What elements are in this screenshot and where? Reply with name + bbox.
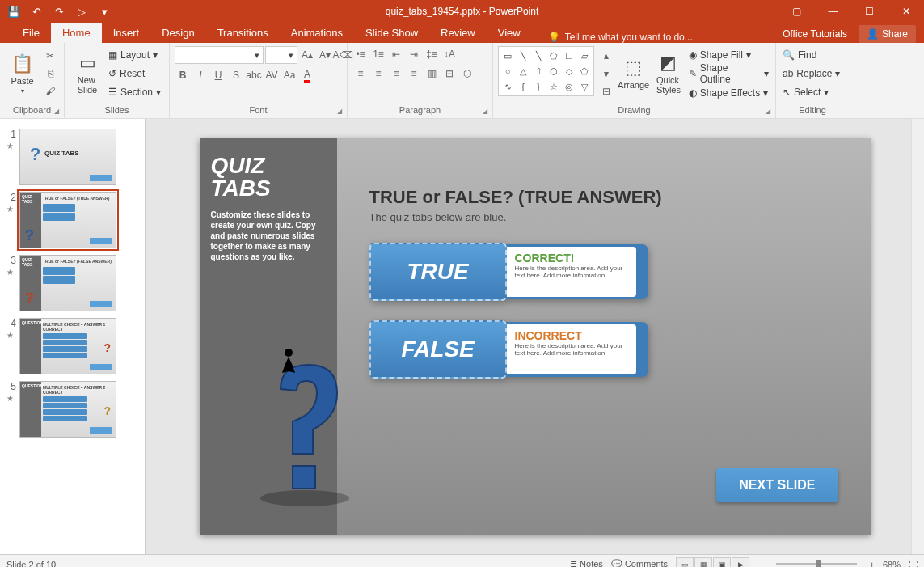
paste-button[interactable]: 📋Paste▾ <box>5 46 40 101</box>
thumbnail-1[interactable]: 1★ QUIZ TABS? <box>0 125 145 188</box>
justify-button[interactable]: ≡ <box>406 66 422 82</box>
slide-title[interactable]: QUIZ TABS <box>211 154 326 200</box>
correct-card[interactable]: CORRECT! Here is the description area. A… <box>507 247 636 297</box>
drawing-dialog-launcher[interactable]: ◢ <box>766 108 770 115</box>
strikethrough-button[interactable]: S <box>228 67 244 83</box>
normal-view-button[interactable]: ▭ <box>676 557 694 568</box>
align-text-button[interactable]: ⊟ <box>441 66 458 82</box>
columns-button[interactable]: ▥ <box>424 66 440 82</box>
text-direction-button[interactable]: ↕A <box>441 46 458 62</box>
section-button[interactable]: ☰ Section ▾ <box>107 84 162 101</box>
maximize-button[interactable]: ☐ <box>851 0 888 23</box>
select-button[interactable]: ↖ Select ▾ <box>781 84 844 101</box>
tab-home[interactable]: Home <box>51 23 102 43</box>
font-dialog-launcher[interactable]: ◢ <box>337 108 342 115</box>
zoom-out-button[interactable]: − <box>757 560 762 568</box>
zoom-slider[interactable] <box>776 563 857 565</box>
font-color-button[interactable]: A <box>299 67 315 83</box>
reading-view-button[interactable]: ▣ <box>713 557 731 568</box>
undo-button[interactable]: ↶ <box>26 2 47 21</box>
replace-button[interactable]: ab Replace ▾ <box>781 65 844 82</box>
question-subtitle[interactable]: The quiz tabs below are blue. <box>369 211 838 223</box>
redo-button[interactable]: ↷ <box>49 2 70 21</box>
slide-description[interactable]: Customize these slides to create your ow… <box>211 209 326 262</box>
true-tab[interactable]: TRUE <box>369 243 507 301</box>
copy-button[interactable]: ⎘ <box>41 66 59 82</box>
minimize-button[interactable]: — <box>815 0 851 23</box>
zoom-level[interactable]: 68% <box>883 560 901 568</box>
sorter-view-button[interactable]: ▦ <box>694 557 712 568</box>
slides-thumbnail-pane[interactable]: 1★ QUIZ TABS? 2★ QUIZ TABSTRUE or FALSE?… <box>0 119 146 554</box>
shapes-expand-button[interactable]: ⊟ <box>597 83 615 99</box>
close-button[interactable]: ✕ <box>888 0 924 23</box>
new-slide-button[interactable]: ▭New Slide <box>70 46 105 101</box>
zoom-in-button[interactable]: + <box>870 560 875 568</box>
notes-button[interactable]: ≣ Notes <box>570 559 603 567</box>
clipboard-dialog-launcher[interactable]: ◢ <box>54 108 59 115</box>
fit-to-window-button[interactable]: ⛶ <box>909 560 918 568</box>
slideshow-view-button[interactable]: ▶ <box>732 557 749 568</box>
change-case-button[interactable]: Aa <box>281 67 297 83</box>
line-spacing-button[interactable]: ‡≡ <box>424 46 440 62</box>
office-tutorials-link[interactable]: Office Tutorials <box>783 28 847 40</box>
tab-animations[interactable]: Animations <box>280 23 354 43</box>
shapes-more-button-2[interactable]: ▾ <box>597 66 615 82</box>
reset-button[interactable]: ↺ Reset <box>107 65 162 82</box>
paragraph-dialog-launcher[interactable]: ◢ <box>483 108 487 115</box>
shape-fill-button[interactable]: ◉ Shape Fill ▾ <box>687 46 770 63</box>
bullets-button[interactable]: •≡ <box>352 46 369 62</box>
next-slide-button[interactable]: NEXT SLIDE <box>716 468 838 502</box>
ribbon-display-button[interactable]: ▢ <box>778 0 815 23</box>
share-button[interactable]: 👤Share <box>859 25 916 43</box>
shadow-button[interactable]: abc <box>246 67 262 83</box>
tab-design[interactable]: Design <box>150 23 205 43</box>
arrange-button[interactable]: ⬚Arrange <box>617 46 650 101</box>
tab-view[interactable]: View <box>487 23 532 43</box>
qat-customize-button[interactable]: ▾ <box>94 2 115 21</box>
decrease-font-button[interactable]: A▾ <box>317 47 333 63</box>
vertical-scrollbar[interactable] <box>911 119 924 554</box>
italic-button[interactable]: I <box>192 67 209 83</box>
layout-button[interactable]: ▦ Layout ▾ <box>107 46 162 63</box>
increase-font-button[interactable]: A▴ <box>299 47 315 63</box>
find-button[interactable]: 🔍 Find <box>781 46 844 63</box>
underline-button[interactable]: U <box>210 67 226 83</box>
shapes-more-button[interactable]: ▴ <box>597 48 615 64</box>
thumbnail-3[interactable]: 3★ QUIZ TABSTRUE or FALSE? (FALSE ANSWER… <box>0 252 145 315</box>
bold-button[interactable]: B <box>175 67 191 83</box>
comments-button[interactable]: 💬 Comments <box>611 559 668 567</box>
slide[interactable]: QUIZ TABS Customize these slides to crea… <box>200 138 871 535</box>
shapes-gallery[interactable]: ▭╲╲⬠☐▱ ○△⇧⬡◇⬠ ∿{}☆◎▽ <box>498 46 594 96</box>
quick-styles-button[interactable]: ◩Quick Styles <box>652 46 685 101</box>
answer-false-row[interactable]: FALSE INCORRECT Here is the description … <box>369 320 838 379</box>
numbering-button[interactable]: 1≡ <box>370 46 386 62</box>
tab-slideshow[interactable]: Slide Show <box>354 23 429 43</box>
font-name-combo[interactable]: ▾ <box>175 46 264 64</box>
tab-transitions[interactable]: Transitions <box>206 23 280 43</box>
align-right-button[interactable]: ≡ <box>388 66 404 82</box>
slide-counter[interactable]: Slide 2 of 10 <box>6 560 56 568</box>
align-left-button[interactable]: ≡ <box>352 66 369 82</box>
tab-review[interactable]: Review <box>429 23 487 43</box>
increase-indent-button[interactable]: ⇥ <box>406 46 422 62</box>
tell-me-search[interactable]: 💡Tell me what you want to do... <box>548 32 693 43</box>
shape-outline-button[interactable]: ✎ Shape Outline ▾ <box>687 65 770 83</box>
font-size-combo[interactable]: ▾ <box>265 46 297 64</box>
slide-canvas-area[interactable]: QUIZ TABS Customize these slides to crea… <box>146 119 924 554</box>
cut-button[interactable]: ✂ <box>41 48 59 64</box>
save-button[interactable]: 💾 <box>3 2 24 21</box>
align-center-button[interactable]: ≡ <box>370 66 386 82</box>
answer-true-row[interactable]: TRUE CORRECT! Here is the description ar… <box>369 243 838 301</box>
start-slideshow-button[interactable]: ▷ <box>71 2 92 21</box>
thumbnail-5[interactable]: 5★ QUESTIONMULTIPLE CHOICE – ANSWER 2 CO… <box>0 378 145 441</box>
question-title[interactable]: TRUE or FALSE? (TRUE ANSWER) <box>369 187 838 208</box>
smartart-button[interactable]: ⬡ <box>459 66 475 82</box>
thumbnail-4[interactable]: 4★ QUESTIONMULTIPLE CHOICE – ANSWER 1 CO… <box>0 315 145 378</box>
false-tab[interactable]: FALSE <box>369 320 507 379</box>
spacing-button[interactable]: AV <box>264 67 280 83</box>
incorrect-card[interactable]: INCORRECT Here is the description area. … <box>507 324 636 374</box>
tab-file[interactable]: File <box>11 23 51 43</box>
shape-effects-button[interactable]: ◐ Shape Effects ▾ <box>687 84 770 101</box>
decrease-indent-button[interactable]: ⇤ <box>388 46 404 62</box>
thumbnail-2[interactable]: 2★ QUIZ TABSTRUE or FALSE? (TRUE ANSWER)… <box>0 188 145 252</box>
